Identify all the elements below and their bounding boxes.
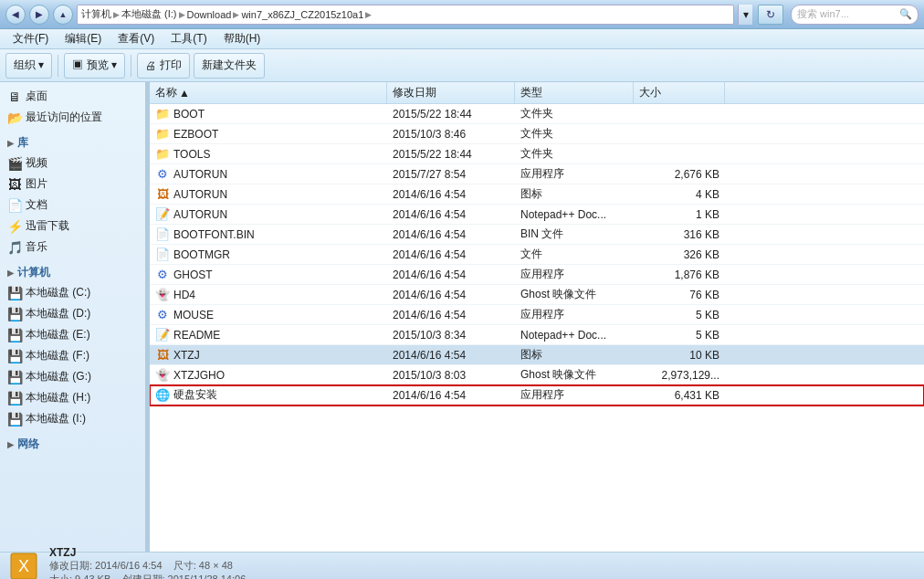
menu-help[interactable]: 帮助(H) <box>216 30 268 47</box>
menu-tools[interactable]: 工具(T) <box>163 30 214 47</box>
sidebar-item-drive-g[interactable]: 💾 本地磁盘 (G:) <box>0 366 145 387</box>
status-details: XTZJ 修改日期: 2014/6/16 4:54 尺寸: 48 × 48 大小… <box>49 546 246 580</box>
col-size-label: 大小 <box>639 85 661 100</box>
file-size-cell: 2,676 KB <box>634 168 725 181</box>
file-icon: 👻 <box>155 288 170 302</box>
sidebar-favorites-section: 🖥 桌面 📂 最近访问的位置 <box>0 86 145 128</box>
file-type-cell: 文件夹 <box>515 126 634 142</box>
file-name-cell: 📁BOOT <box>150 107 387 121</box>
sidebar-network-header[interactable]: ▶ 网络 <box>0 433 145 454</box>
sidebar-item-video-label: 视频 <box>26 155 47 171</box>
table-row[interactable]: 📁BOOT2015/5/22 18:44文件夹 <box>150 104 924 124</box>
file-icon: ⚙ <box>155 268 170 282</box>
sidebar-item-drive-c[interactable]: 💾 本地磁盘 (C:) <box>0 282 145 303</box>
status-meta: 修改日期: 2014/6/16 4:54 尺寸: 48 × 48 <box>49 559 246 573</box>
table-row[interactable]: ⚙AUTORUN2015/7/27 8:54应用程序2,676 KB <box>150 164 924 184</box>
addr-arrow-4: ▶ <box>365 10 372 19</box>
up-button[interactable]: ▲ <box>53 5 73 25</box>
preview-button[interactable]: ▣ 预览 ▾ <box>64 53 125 79</box>
sidebar-item-pictures[interactable]: 🖼 图片 <box>0 174 145 195</box>
table-row[interactable]: 📄BOOTMGR2014/6/16 4:54文件326 KB <box>150 245 924 265</box>
menu-edit[interactable]: 编辑(E) <box>58 30 109 47</box>
thunder-icon: ⚡ <box>7 219 22 234</box>
file-date-cell: 2014/6/16 4:54 <box>387 349 515 362</box>
file-date-cell: 2015/7/27 8:54 <box>387 168 515 181</box>
sidebar-library-header[interactable]: ▶ 库 <box>0 132 145 153</box>
title-bar-left: ◀ ▶ ▲ 计算机 ▶ 本地磁盘 (I:) ▶ Download ▶ win7_… <box>5 5 919 25</box>
col-header-size[interactable]: 大小 <box>634 82 725 103</box>
status-filename: XTZJ <box>49 546 246 559</box>
refresh-button[interactable]: ↻ <box>758 5 783 25</box>
drive-i-icon: 💾 <box>7 412 22 426</box>
file-name-cell: 📄BOOTFONT.BIN <box>150 227 387 242</box>
table-row[interactable]: 📁EZBOOT2015/10/3 8:46文件夹 <box>150 124 924 144</box>
file-name-label: BOOT <box>173 108 205 121</box>
title-bar: ◀ ▶ ▲ 计算机 ▶ 本地磁盘 (I:) ▶ Download ▶ win7_… <box>0 0 924 29</box>
file-name-cell: 🖼XTZJ <box>150 348 387 363</box>
drive-e-icon: 💾 <box>7 328 22 342</box>
sidebar-item-drive-e[interactable]: 💾 本地磁盘 (E:) <box>0 324 145 345</box>
video-icon: 🎬 <box>7 156 22 171</box>
desktop-icon: 🖥 <box>7 89 22 104</box>
table-row[interactable]: 👻XTZJGHO2015/10/3 8:03Ghost 映像文件2,973,12… <box>150 365 924 385</box>
file-icon: 📝 <box>155 328 170 342</box>
sidebar-item-drive-h[interactable]: 💾 本地磁盘 (H:) <box>0 387 145 408</box>
table-row[interactable]: 👻HD42014/6/16 4:54Ghost 映像文件76 KB <box>150 285 924 305</box>
print-button[interactable]: 🖨 打印 <box>137 53 190 79</box>
file-size-cell: 5 KB <box>634 309 725 321</box>
search-box[interactable]: 搜索 win7... 🔍 <box>791 5 919 25</box>
sidebar-item-drive-f[interactable]: 💾 本地磁盘 (F:) <box>0 345 145 366</box>
sidebar-item-drive-i[interactable]: 💾 本地磁盘 (I:) <box>0 408 145 429</box>
col-header-name[interactable]: 名称 ▲ <box>150 82 387 103</box>
sidebar-item-pictures-label: 图片 <box>26 176 47 192</box>
table-row[interactable]: 📄BOOTFONT.BIN2014/6/16 4:54BIN 文件316 KB <box>150 225 924 245</box>
sidebar-item-drive-d[interactable]: 💾 本地磁盘 (D:) <box>0 303 145 324</box>
forward-button[interactable]: ▶ <box>29 5 49 25</box>
recent-icon: 📂 <box>7 111 22 125</box>
sidebar-item-music[interactable]: 🎵 音乐 <box>0 237 145 258</box>
table-row[interactable]: ⚙MOUSE2014/6/16 4:54应用程序5 KB <box>150 305 924 325</box>
sidebar-item-desktop[interactable]: 🖥 桌面 <box>0 86 145 107</box>
col-header-type[interactable]: 类型 <box>515 82 634 103</box>
file-size-cell: 326 KB <box>634 248 725 261</box>
file-type-cell: BIN 文件 <box>515 226 634 242</box>
library-arrow-icon: ▶ <box>7 139 14 148</box>
file-date-cell: 2014/6/16 4:54 <box>387 309 515 321</box>
table-row[interactable]: 🖼AUTORUN2014/6/16 4:54图标4 KB <box>150 184 924 205</box>
menu-file[interactable]: 文件(F) <box>5 30 56 47</box>
menu-view[interactable]: 查看(V) <box>110 30 162 47</box>
status-created: 创建日期: 2015/11/28 14:06 <box>122 574 247 580</box>
file-type-cell: 图标 <box>515 186 634 202</box>
file-name-label: GHOST <box>173 268 213 281</box>
address-bar[interactable]: 计算机 ▶ 本地磁盘 (I:) ▶ Download ▶ win7_x86ZJ_… <box>77 5 734 25</box>
sidebar-item-video[interactable]: 🎬 视频 <box>0 153 145 174</box>
back-button[interactable]: ◀ <box>5 5 26 25</box>
file-name-cell: 📄BOOTMGR <box>150 247 387 262</box>
file-name-label: BOOTFONT.BIN <box>173 228 255 241</box>
status-date: 修改日期: 2014/6/16 4:54 <box>49 560 163 571</box>
address-dropdown-button[interactable]: ▾ <box>738 5 752 25</box>
table-row[interactable]: 📝AUTORUN2014/6/16 4:54Notepad++ Doc...1 … <box>150 205 924 225</box>
sidebar-computer-header[interactable]: ▶ 计算机 <box>0 261 145 282</box>
addr-seg-download: Download <box>187 9 232 20</box>
sidebar-item-thunder[interactable]: ⚡ 迅雷下载 <box>0 216 145 237</box>
sidebar-item-desktop-label: 桌面 <box>26 89 47 104</box>
sidebar-item-recent[interactable]: 📂 最近访问的位置 <box>0 107 145 128</box>
new-folder-button[interactable]: 新建文件夹 <box>194 53 265 79</box>
file-name-cell: ⚙AUTORUN <box>150 167 387 182</box>
table-row[interactable]: 📝README2015/10/3 8:34Notepad++ Doc...5 K… <box>150 325 924 345</box>
organize-button[interactable]: 组织 ▾ <box>5 53 52 79</box>
drive-f-label: 本地磁盘 (F:) <box>26 348 89 363</box>
table-row[interactable]: 🌐硬盘安装2014/6/16 4:54应用程序6,431 KB <box>150 385 924 405</box>
file-type-cell: 应用程序 <box>515 307 634 322</box>
table-row[interactable]: 🖼XTZJ2014/6/16 4:54图标10 KB <box>150 345 924 365</box>
file-name-cell: 📁EZBOOT <box>150 127 387 142</box>
print-label: 打印 <box>160 58 182 73</box>
col-header-date[interactable]: 修改日期 <box>387 82 515 103</box>
table-row[interactable]: 📁TOOLS2015/5/22 18:44文件夹 <box>150 144 924 164</box>
file-date-cell: 2014/6/16 4:54 <box>387 208 515 221</box>
table-row[interactable]: ⚙GHOST2014/6/16 4:54应用程序1,876 KB <box>150 265 924 285</box>
sidebar-item-documents[interactable]: 📄 文档 <box>0 195 145 216</box>
file-name-cell: 📝AUTORUN <box>150 207 387 222</box>
main-layout: 🖥 桌面 📂 最近访问的位置 ▶ 库 🎬 视频 🖼 图片 📄 文档 <box>0 82 924 552</box>
